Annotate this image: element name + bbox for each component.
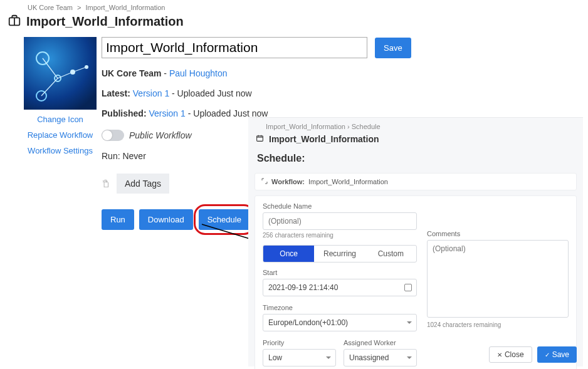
owner-team: UK Core Team <box>102 68 161 78</box>
published-version-link[interactable]: Version 1 <box>149 108 185 118</box>
workflow-bar: Workflow: Import_World_Information <box>255 173 577 190</box>
panel-title: Import_World_Information <box>269 134 379 144</box>
owner-line: UK Core Team - Paul Houghton <box>102 68 588 78</box>
frequency-tabs: Once Recurring Custom <box>263 245 417 262</box>
page-title-row: Import_World_Information <box>0 14 588 34</box>
public-workflow-toggle[interactable] <box>102 130 124 141</box>
schedule-name-hint: 256 characters remaining <box>263 232 417 239</box>
schedule-form: Schedule Name 256 characters remaining O… <box>255 195 577 369</box>
panel-close-button[interactable]: ✕Close <box>489 346 532 363</box>
page-title: Import_World_Information <box>26 14 184 29</box>
worker-select[interactable] <box>344 349 417 366</box>
calendar-icon <box>256 134 264 144</box>
latest-version-link[interactable]: Version 1 <box>133 88 169 98</box>
panel-breadcrumb: Import_World_Information › Schedule <box>248 118 583 130</box>
workflow-settings-link[interactable]: Workflow Settings <box>23 146 98 157</box>
breadcrumb-sep: > <box>77 4 81 11</box>
timezone-select[interactable] <box>263 314 417 331</box>
workflow-icon-column: Change Icon Replace Workflow Workflow Se… <box>23 34 98 231</box>
priority-label: Priority <box>263 339 336 346</box>
comments-label: Comments <box>427 230 569 237</box>
download-button[interactable]: Download <box>139 209 193 230</box>
briefcase-icon <box>8 14 26 29</box>
workflow-name-input[interactable] <box>102 37 367 58</box>
run-button[interactable]: Run <box>102 209 134 230</box>
add-tags-button[interactable]: Add Tags <box>117 174 169 194</box>
change-icon-link[interactable]: Change Icon <box>23 115 98 125</box>
schedule-panel: Import_World_Information › Schedule Impo… <box>248 117 583 366</box>
owner-author-link[interactable]: Paul Houghton <box>169 68 228 78</box>
svg-rect-1 <box>24 37 97 110</box>
public-workflow-label: Public Workflow <box>129 130 192 140</box>
priority-select[interactable] <box>263 349 336 366</box>
tab-once[interactable]: Once <box>263 246 314 262</box>
worker-label: Assigned Worker <box>344 339 417 346</box>
start-datetime-input[interactable] <box>263 279 417 296</box>
tab-custom[interactable]: Custom <box>365 246 416 262</box>
expand-icon[interactable] <box>261 178 268 185</box>
breadcrumb-current: Import_World_Information <box>86 4 165 11</box>
tab-recurring[interactable]: Recurring <box>314 246 365 262</box>
svg-rect-9 <box>257 136 263 142</box>
latest-line: Latest: Version 1 - Uploaded Just now <box>102 88 588 98</box>
workflow-icon <box>24 37 97 110</box>
save-button[interactable]: Save <box>375 38 411 58</box>
comments-hint: 1024 characters remaining <box>427 321 569 328</box>
close-icon: ✕ <box>497 351 502 358</box>
replace-workflow-link[interactable]: Replace Workflow <box>23 130 98 141</box>
breadcrumb-parent[interactable]: UK Core Team <box>28 4 73 11</box>
schedule-name-label: Schedule Name <box>263 202 417 210</box>
panel-subtitle: Schedule: <box>248 144 583 170</box>
tag-icon: 🏷 <box>101 179 111 188</box>
timezone-label: Timezone <box>263 304 417 311</box>
breadcrumb: UK Core Team > Import_World_Information <box>0 0 588 14</box>
schedule-name-input[interactable] <box>263 212 417 230</box>
comments-textarea[interactable] <box>427 240 569 318</box>
start-label: Start <box>263 269 417 276</box>
schedule-button[interactable]: Schedule <box>199 209 250 230</box>
panel-save-button[interactable]: ✓Save <box>537 346 577 363</box>
check-icon: ✓ <box>545 351 550 358</box>
